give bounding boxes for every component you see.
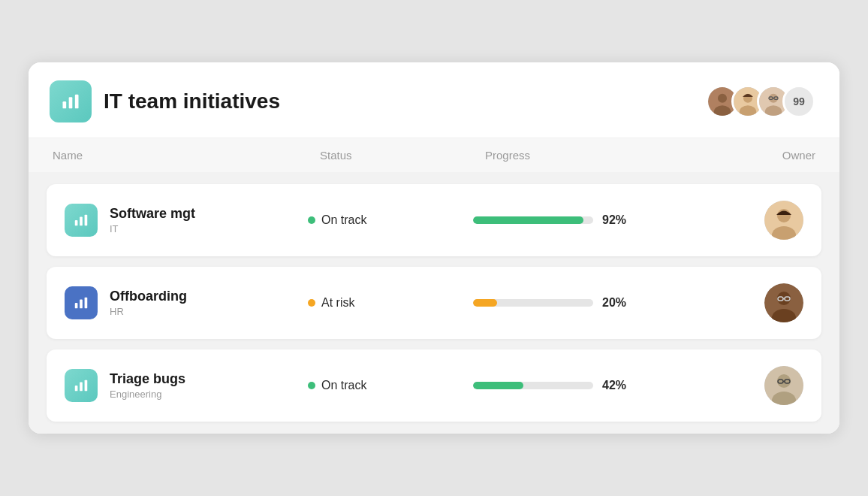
table-row[interactable]: Software mgt IT On track 92% xyxy=(47,184,821,256)
status-dot-yellow xyxy=(308,299,315,307)
svg-rect-21 xyxy=(75,303,78,308)
col-owner: Owner xyxy=(695,149,815,162)
status-cell-3: On track xyxy=(308,379,473,392)
progress-pct-3: 42% xyxy=(602,379,632,392)
header-right: 99 xyxy=(706,85,815,118)
header-left: IT team initiatives xyxy=(50,80,280,122)
row-icon-offboarding xyxy=(65,286,98,319)
svg-rect-15 xyxy=(75,220,78,225)
owner3-svg xyxy=(764,366,803,405)
header: IT team initiatives xyxy=(29,62,839,138)
status-label-2: At risk xyxy=(321,296,354,310)
owner1-svg xyxy=(764,201,803,240)
svg-rect-31 xyxy=(80,382,83,391)
row-icon-software-mgt xyxy=(65,204,98,237)
col-progress: Progress xyxy=(485,149,695,162)
row-name-text: Software mgt IT xyxy=(110,206,195,235)
progress-bar-bg-1 xyxy=(473,216,593,224)
status-cell-2: At risk xyxy=(308,296,473,310)
row-name-section: Triage bugs Engineering xyxy=(65,369,308,402)
progress-bar-fill-3 xyxy=(473,382,523,389)
svg-rect-30 xyxy=(75,386,78,391)
progress-bar-fill-2 xyxy=(473,299,497,307)
table-header: Name Status Progress Owner xyxy=(29,138,839,172)
svg-rect-16 xyxy=(80,216,83,225)
table-row[interactable]: Triage bugs Engineering On track 42% xyxy=(47,349,821,422)
row-name-section: Offboarding HR xyxy=(65,286,308,319)
status-cell-1: On track xyxy=(308,213,473,227)
bar-chart-icon xyxy=(73,212,89,228)
progress-pct-2: 20% xyxy=(602,296,632,310)
svg-point-4 xyxy=(718,94,727,103)
main-card: IT team initiatives xyxy=(29,62,839,434)
avatar-group: 99 xyxy=(706,85,815,118)
row-icon-triage-bugs xyxy=(65,369,98,402)
status-dot-green xyxy=(308,216,315,224)
progress-bar-bg-2 xyxy=(473,299,593,307)
progress-bar-bg-3 xyxy=(473,382,593,389)
bar-chart-icon xyxy=(73,295,89,311)
page-title: IT team initiatives xyxy=(104,89,280,113)
col-status: Status xyxy=(320,149,485,162)
table-row[interactable]: Offboarding HR At risk 20% xyxy=(47,267,821,339)
bar-chart-icon xyxy=(60,91,81,112)
owner-avatar-3 xyxy=(764,366,803,405)
svg-rect-17 xyxy=(85,215,88,226)
row-name-text: Offboarding HR xyxy=(110,289,187,318)
progress-cell-2: 20% xyxy=(473,296,683,310)
owner-cell-3 xyxy=(683,366,803,405)
col-name: Name xyxy=(53,149,320,162)
svg-rect-32 xyxy=(85,380,88,392)
table-body: Software mgt IT On track 92% xyxy=(29,172,839,434)
row-name-section: Software mgt IT xyxy=(65,204,308,237)
owner-avatar-1 xyxy=(764,201,803,240)
progress-cell-3: 42% xyxy=(473,379,683,392)
owner-cell-2 xyxy=(683,283,803,322)
avatar-count: 99 xyxy=(782,85,815,118)
svg-rect-1 xyxy=(69,97,73,108)
svg-rect-23 xyxy=(85,298,88,309)
progress-cell-1: 92% xyxy=(473,213,683,227)
progress-bar-fill-1 xyxy=(473,216,583,224)
status-label-3: On track xyxy=(321,379,366,392)
status-dot-green-3 xyxy=(308,382,315,389)
owner-avatar-2 xyxy=(764,283,803,322)
svg-rect-0 xyxy=(63,101,67,108)
progress-pct-1: 92% xyxy=(602,213,632,227)
status-label-1: On track xyxy=(321,213,366,227)
svg-rect-2 xyxy=(75,95,79,109)
bar-chart-icon xyxy=(73,377,89,394)
owner-cell-1 xyxy=(683,201,803,240)
row-name-text: Triage bugs Engineering xyxy=(110,371,185,401)
owner2-svg xyxy=(764,283,803,322)
svg-rect-22 xyxy=(80,299,83,308)
header-icon xyxy=(50,80,92,122)
